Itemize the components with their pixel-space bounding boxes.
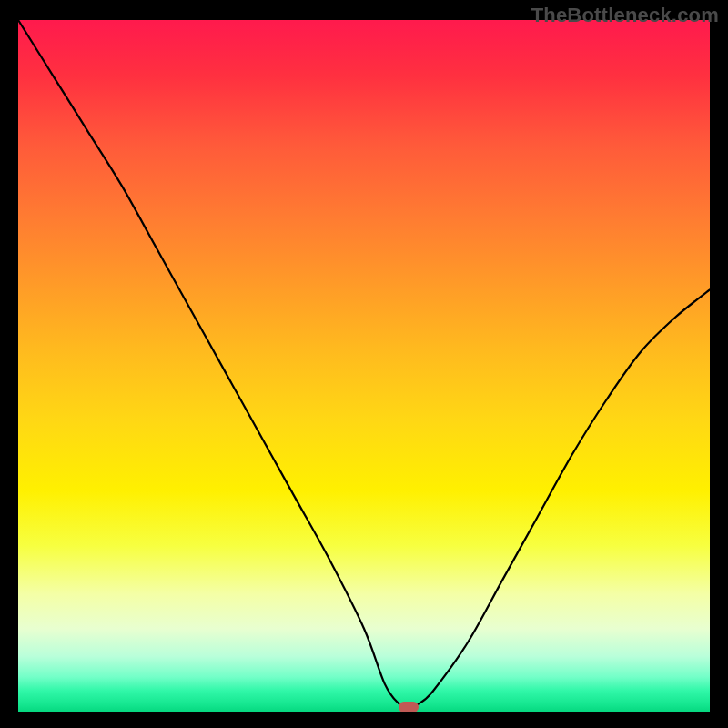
plot-area [18,20,710,712]
optimum-marker [399,702,419,712]
curve-layer [18,20,710,712]
bottleneck-curve [18,20,710,707]
watermark-text: TheBottleneck.com [531,4,719,27]
chart-frame: TheBottleneck.com [0,0,728,728]
